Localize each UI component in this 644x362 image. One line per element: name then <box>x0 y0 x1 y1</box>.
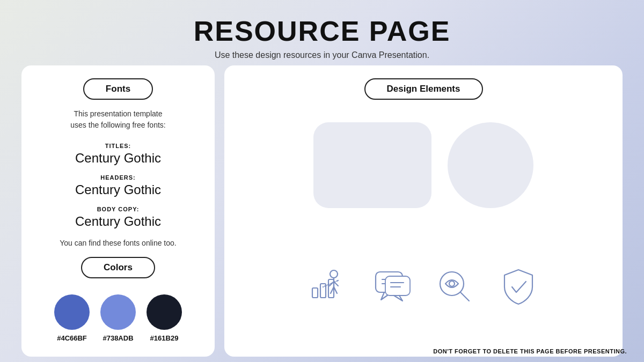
color-swatch-1: #4C66BF <box>54 294 90 342</box>
colors-section: Colors #4C66BF #738ADB #161B29 <box>36 257 200 342</box>
colors-label: Colors <box>81 257 155 278</box>
rounded-rectangle-shape <box>313 122 431 208</box>
svg-rect-13 <box>385 276 410 295</box>
color-hex-2: #738ADB <box>103 334 133 342</box>
footer-note: DON'T FORGET TO DELETE THIS PAGE BEFORE … <box>433 348 627 354</box>
circle-shape <box>448 122 533 208</box>
design-elements-content <box>241 108 605 344</box>
right-panel: Design Elements <box>224 65 623 357</box>
svg-point-17 <box>449 281 455 286</box>
search-eye-icon <box>431 263 479 311</box>
main-content: Fonts This presentation template uses th… <box>21 65 623 362</box>
find-fonts-text: You can find these fonts online too. <box>60 239 176 247</box>
color-swatch-3: #161B29 <box>147 294 182 342</box>
presentation-icon <box>304 263 353 311</box>
fonts-label: Fonts <box>83 78 153 100</box>
svg-line-18 <box>460 292 469 301</box>
color-swatch-2: #738ADB <box>100 294 136 342</box>
color-circle-2 <box>100 294 136 330</box>
chat-icon <box>368 263 416 311</box>
font-titles: TITLES: Century Gothic <box>75 141 161 166</box>
icons-row <box>241 231 605 344</box>
page-title: RESOURCE PAGE <box>194 15 451 47</box>
svg-point-0 <box>330 270 338 278</box>
color-hex-1: #4C66BF <box>57 334 87 342</box>
page-header: RESOURCE PAGE Use these design resources… <box>194 0 451 60</box>
svg-rect-1 <box>312 288 318 298</box>
design-elements-label: Design Elements <box>364 78 483 100</box>
shapes-row <box>241 108 605 222</box>
font-headers: HEADERS: Century Gothic <box>75 172 161 197</box>
color-circle-3 <box>147 294 182 330</box>
shield-check-icon <box>494 263 543 311</box>
page-subtitle: Use these design resources in your Canva… <box>194 50 451 60</box>
font-body: BODY COPY: Century Gothic <box>75 204 161 229</box>
color-circle-1 <box>54 294 90 330</box>
color-swatches: #4C66BF #738ADB #161B29 <box>54 294 182 342</box>
left-panel: Fonts This presentation template uses th… <box>21 65 215 357</box>
fonts-description: This presentation template uses the foll… <box>70 108 165 131</box>
color-hex-3: #161B29 <box>150 334 179 342</box>
